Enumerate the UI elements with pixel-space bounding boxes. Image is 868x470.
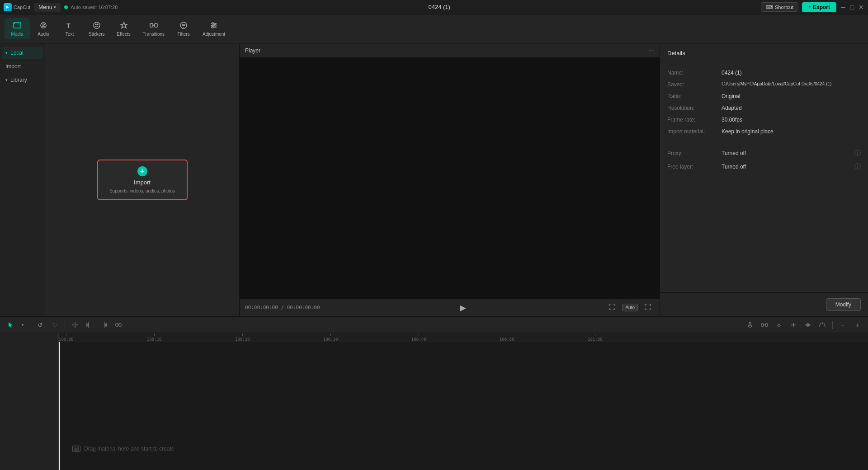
svg-point-6 — [97, 24, 98, 25]
details-header: Details — [660, 43, 868, 63]
unlink-button[interactable] — [773, 319, 785, 331]
maximize-button[interactable]: □ — [849, 4, 855, 10]
detail-saved-label: Saved: — [667, 81, 722, 88]
player-title: Player — [245, 47, 260, 54]
timeline-tools-right: − + — [744, 319, 863, 331]
toolbar-effects[interactable]: Effects — [111, 18, 137, 39]
freelayer-info-icon[interactable]: ⓘ — [854, 163, 861, 171]
timeline-area: I00:00 I00:10 I00:20 I00:30 I00:40 — [0, 333, 868, 470]
shortcut-button[interactable]: ⌨ Shortcut — [761, 2, 798, 12]
window-controls: ─ □ ✕ — [840, 4, 864, 10]
filters-label: Filters — [177, 32, 189, 37]
detail-resolution-value: Adapted — [722, 105, 861, 111]
menu-button[interactable]: Menu ▾ — [34, 3, 61, 12]
trim-left-button[interactable] — [83, 319, 96, 331]
panel-local[interactable]: ▾ Local — [2, 47, 43, 59]
autosave-text: Auto saved: 16:07:28 — [71, 5, 118, 10]
keyboard-icon: ⌨ — [766, 4, 773, 10]
details-footer: Modify — [660, 292, 868, 316]
cursor-tool-button[interactable] — [5, 319, 17, 331]
cursor-dropdown-button[interactable]: ▾ — [19, 319, 26, 331]
delete-gap-button[interactable] — [112, 319, 125, 331]
detail-name-row: Name: 0424 (1) — [667, 70, 861, 76]
mic-icon — [746, 321, 754, 329]
autosave-dot-icon — [64, 5, 68, 9]
redo-button[interactable]: ↻ — [48, 319, 61, 331]
svg-point-5 — [95, 24, 96, 25]
detail-saved-value: C:/Users/MyPC/AppData/Local/CapCut Draft… — [722, 81, 861, 86]
player-canvas — [240, 58, 660, 298]
split-button[interactable] — [69, 319, 81, 331]
details-body: Name: 0424 (1) Saved: C:/Users/MyPC/AppD… — [660, 63, 868, 292]
detail-resolution-row: Resolution: Adapted — [667, 105, 861, 111]
text-icon: T — [65, 21, 74, 30]
toolbar-audio[interactable]: Audio — [31, 18, 56, 39]
detail-import-material-value: Keep in original place — [722, 128, 861, 135]
effects-label: Effects — [117, 32, 130, 37]
svg-point-12 — [212, 26, 213, 28]
detail-saved-row: Saved: C:/Users/MyPC/AppData/Local/CapCu… — [667, 81, 861, 88]
timeline-content: I00:00 I00:10 I00:20 I00:30 I00:40 — [59, 333, 868, 470]
timeline-ruler: I00:00 I00:10 I00:20 I00:30 I00:40 — [59, 333, 868, 342]
sync-button[interactable] — [787, 319, 800, 331]
play-button[interactable]: ▶ — [460, 303, 466, 313]
proxy-info-icon[interactable]: ⓘ — [854, 149, 861, 157]
cursor-icon — [7, 321, 14, 329]
detail-import-material-row: Import material: Keep in original place — [667, 128, 861, 135]
svg-point-4 — [94, 22, 100, 28]
fullscreen-fit-button[interactable] — [606, 302, 618, 313]
shortcut-label: Shortcut — [775, 5, 793, 10]
zoom-out-button[interactable]: − — [836, 319, 849, 331]
detail-proxy-value: Turned off — [722, 150, 854, 156]
speed-button[interactable] — [816, 319, 829, 331]
import-box[interactable]: + Import Supports: videos, audios, photo… — [97, 160, 188, 200]
menu-label: Menu — [38, 4, 52, 10]
titlebar-right: ⌨ Shortcut ↑ Export ─ □ ✕ — [761, 2, 864, 12]
svg-rect-18 — [116, 324, 118, 326]
detail-freelayer-value: Turned off — [722, 164, 854, 170]
detail-import-material-label: Import material: — [667, 128, 722, 135]
audio-label: Audio — [38, 32, 49, 37]
fullscreen-fit-icon — [609, 303, 616, 310]
details-panel: Details Name: 0424 (1) Saved: C:/Users/M… — [660, 43, 868, 316]
transitions-icon — [149, 21, 158, 30]
panel-library[interactable]: ▾ Library — [2, 74, 43, 86]
fullscreen-button[interactable] — [642, 302, 654, 313]
ratio-badge[interactable]: Auto — [622, 304, 638, 311]
stickers-label: Stickers — [89, 32, 105, 37]
export-button[interactable]: ↑ Export — [802, 2, 836, 12]
panel-import[interactable]: Import — [2, 61, 43, 72]
details-title: Details — [667, 50, 685, 56]
toolbar-filters[interactable]: Filters — [171, 18, 196, 39]
stickers-icon — [92, 21, 101, 30]
filters-icon — [179, 21, 188, 30]
toolbar-text[interactable]: T Text — [57, 18, 82, 39]
svg-point-9 — [180, 22, 187, 28]
audio-sync-button[interactable] — [802, 319, 814, 331]
close-button[interactable]: ✕ — [858, 4, 864, 10]
link-trim-button[interactable] — [758, 319, 771, 331]
section-gap — [667, 140, 861, 144]
autosave-indicator: Auto saved: 16:07:28 — [64, 5, 118, 10]
mic-button[interactable] — [744, 319, 756, 331]
undo-button[interactable]: ↺ — [34, 319, 47, 331]
zoom-in-button[interactable]: + — [851, 319, 863, 331]
detail-ratio-label: Ratio: — [667, 93, 722, 99]
trim-right-button[interactable] — [98, 319, 110, 331]
player-area: Player ··· 00:00:00:00 / 00:00:00:00 ▶ A… — [240, 43, 660, 316]
player-controls-right: Auto — [606, 302, 654, 313]
toolbar-divider-3 — [832, 321, 833, 329]
toolbar-media[interactable]: Media — [5, 18, 30, 39]
minimize-button[interactable]: ─ — [840, 4, 846, 10]
modify-button[interactable]: Modify — [826, 298, 861, 311]
player-time: 00:00:00:00 / 00:00:00:00 — [245, 305, 320, 310]
capcut-logo-icon — [4, 3, 12, 11]
ruler-mark-2: I00:20 — [235, 334, 250, 342]
timeline-tools-left: ▾ ↺ ↻ — [5, 319, 125, 331]
toolbar-adjustment[interactable]: Adjustment — [197, 18, 231, 39]
bottom-area: ▾ ↺ ↻ — [0, 316, 868, 470]
toolbar-transitions[interactable]: Transitions — [137, 18, 170, 39]
player-options-button[interactable]: ··· — [648, 47, 654, 55]
svg-point-10 — [212, 23, 214, 24]
toolbar-stickers[interactable]: Stickers — [83, 18, 110, 39]
